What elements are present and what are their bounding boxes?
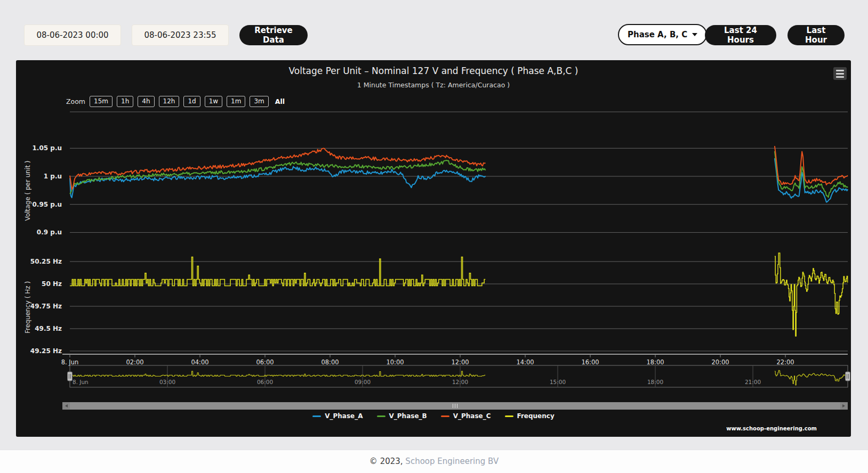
retrieve-data-button[interactable]: Retrieve Data [239, 25, 308, 45]
frequency-tick-label: 50 Hz [42, 280, 62, 288]
end-datetime-input[interactable] [132, 25, 229, 46]
legend-item-label: V_Phase_B [389, 412, 427, 420]
series-line-Frequency [775, 253, 848, 336]
watermark: www.schoop-engineering.com [726, 426, 817, 431]
navigator-time-label: 15:00 [550, 379, 566, 385]
last-hour-button[interactable]: Last Hour [787, 25, 845, 45]
frequency-tick-label: 49.25 Hz [30, 347, 62, 355]
navigator-time-label: 12:00 [452, 379, 468, 385]
x-axis-label: 02:00 [126, 358, 143, 366]
legend-item-V_Phase_A[interactable]: V_Phase_A [312, 412, 363, 420]
navigator-time-label: 21:00 [745, 379, 761, 385]
x-axis-label: 04:00 [191, 358, 208, 366]
start-datetime-input[interactable] [24, 25, 121, 46]
legend-item-label: V_Phase_A [325, 412, 363, 420]
chart-plot-svg: 1.05 p.u1 p.u0.95 p.u0.9 p.u50.25 Hz50 H… [16, 60, 851, 437]
x-axis-label: 06:00 [256, 358, 274, 366]
series-line-V_Phase_C [775, 146, 848, 185]
x-axis-label: 12:00 [451, 358, 469, 366]
navigator-time-label: 18:00 [647, 379, 663, 385]
frequency-tick-label: 49.5 Hz [35, 325, 62, 332]
navigator-time-label: 06:00 [257, 379, 273, 385]
x-axis-label: 16:00 [581, 358, 599, 366]
chart-legend: V_Phase_AV_Phase_BV_Phase_CFrequency [16, 412, 851, 420]
navigator-time-label: 8. Jun [73, 379, 89, 385]
legend-item-Frequency[interactable]: Frequency [505, 412, 554, 420]
top-toolbar: Retrieve Data Phase A, B, C Last 24 Hour… [0, 0, 868, 60]
legend-marker-icon [312, 415, 321, 417]
voltage-tick-label: 0.9 p.u [37, 229, 62, 236]
chart-card: Voltage Per Unit – Nominal 127 V and Fre… [16, 60, 851, 437]
legend-marker-icon [441, 415, 449, 417]
series-line-V_Phase_A [70, 167, 486, 198]
x-axis-label: 18:00 [646, 358, 664, 366]
phase-select-dropdown[interactable]: Phase A, B, C [618, 24, 707, 45]
voltage-axis-title: Voltage ( per unit ) [24, 161, 31, 221]
navigator-handle-right[interactable] [846, 372, 850, 381]
last-24-hours-button[interactable]: Last 24 Hours [705, 25, 776, 45]
series-line-V_Phase_C [70, 148, 486, 189]
series-line-V_Phase_B [775, 151, 848, 198]
x-axis-label: 14:00 [516, 358, 534, 366]
navigator-series [70, 371, 485, 376]
voltage-tick-label: 0.95 p.u [33, 201, 62, 208]
legend-marker-icon [505, 415, 513, 417]
x-axis-label: 10:00 [386, 358, 404, 366]
x-axis-label: 20:00 [711, 358, 729, 366]
navigator-time-label: 03:00 [159, 379, 175, 385]
voltage-tick-label: 1 p.u [44, 173, 62, 180]
navigator-handle-left[interactable] [68, 372, 73, 381]
legend-item-V_Phase_C[interactable]: V_Phase_C [441, 412, 491, 420]
legend-item-label: V_Phase_C [453, 412, 491, 420]
footer-copyright: © 2023, [369, 456, 403, 466]
x-axis-label: 08:00 [321, 358, 339, 366]
frequency-axis-title: Frequency ( Hz ) [24, 281, 31, 333]
x-axis-label: 8. Jun [61, 358, 79, 366]
series-line-V_Phase_A [775, 158, 848, 202]
footer-company-link[interactable]: Schoop Engineering BV [405, 456, 499, 466]
voltage-tick-label: 1.05 p.u [33, 144, 62, 152]
chevron-down-icon [692, 33, 697, 36]
legend-item-V_Phase_B[interactable]: V_Phase_B [377, 412, 427, 420]
legend-item-label: Frequency [517, 412, 554, 420]
legend-marker-icon [377, 415, 385, 417]
navigator-time-label: 09:00 [355, 379, 371, 385]
phase-select-label: Phase A, B, C [628, 30, 687, 39]
frequency-tick-label: 50.25 Hz [30, 258, 62, 265]
page-footer: © 2023, Schoop Engineering BV [0, 450, 868, 473]
x-axis-label: 22:00 [776, 358, 794, 366]
navigator-series [775, 370, 848, 385]
frequency-tick-label: 49.75 Hz [30, 303, 62, 310]
